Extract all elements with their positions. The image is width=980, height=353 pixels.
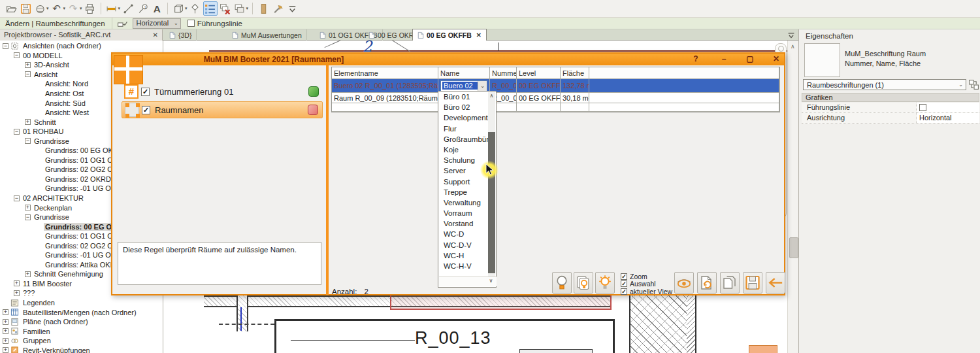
help-button[interactable]: ? [689, 54, 702, 65]
tree-expander-collapsed[interactable]: + [3, 347, 8, 353]
rule-item-raumnamen[interactable]: ✓Raumnamen [122, 101, 323, 118]
cell-elementname[interactable]: Raum R_00_09 (1283510;Räume) [332, 93, 438, 103]
dropdown-option[interactable]: Büro 01 [438, 92, 496, 102]
section-grafiken[interactable]: Grafiken [802, 93, 979, 102]
dropdown-option[interactable]: Koje [438, 144, 496, 155]
dropdown-option[interactable]: Vorstand [438, 218, 496, 229]
tree-expander-expanded[interactable]: − [25, 71, 31, 77]
dimension-icon[interactable] [122, 2, 135, 15]
close-hidden-windows-icon[interactable] [219, 2, 232, 15]
tree-expander-collapsed[interactable]: + [3, 328, 8, 334]
cell-extra[interactable] [589, 93, 779, 103]
tree-expander-expanded[interactable]: − [25, 214, 31, 220]
cell-elementname[interactable]: Buero 02 R_00_01 (1283505;Räume) [332, 79, 438, 93]
dialog-titlebar[interactable]: MuM BIM Booster 2021 [Raumnamen] ?–▢✕ [112, 54, 784, 65]
scrollbar-thumb[interactable] [789, 237, 798, 258]
column-icon[interactable] [257, 2, 270, 15]
tree-expander-collapsed[interactable]: + [14, 290, 20, 296]
type-preview[interactable] [804, 43, 840, 77]
tree-expander-expanded[interactable]: − [14, 52, 20, 58]
cell-extra[interactable] [589, 103, 779, 112]
tools-icon[interactable] [271, 2, 284, 15]
tree-expander-expanded[interactable]: − [3, 43, 8, 49]
dropdown-caret-icon[interactable]: ▾ [63, 6, 66, 11]
canvas-scrollbar[interactable]: ∧ [787, 41, 798, 353]
text-icon[interactable]: A [150, 2, 163, 15]
dropdown-option[interactable]: Development [438, 112, 496, 123]
type-selector-icon[interactable] [968, 79, 979, 90]
tab-overflow-icon[interactable] [787, 31, 796, 39]
dropdown-option[interactable]: WC-H [438, 250, 496, 261]
checkbox-aktueller-view[interactable]: ✓aktueller View [621, 288, 672, 295]
tree-expander-collapsed[interactable]: + [14, 280, 20, 286]
table-header[interactable]: Elementname [332, 67, 438, 79]
tree-item[interactable]: −Ansichten (nach Ordner) [0, 41, 163, 51]
view-tab-00-eg-okffb[interactable]: 00 EG OKFFB✕ [412, 29, 487, 41]
cell-elementname[interactable] [332, 103, 438, 112]
project-browser-header[interactable]: Projektbrowser - Sofistik_ARC.rvt ✕ [0, 29, 163, 41]
property-value[interactable]: Horizontal [917, 113, 979, 123]
home-3d-icon[interactable] [33, 2, 46, 15]
dropdown-scrollbar-thumb[interactable] [488, 132, 495, 273]
view-tab--3d-[interactable]: {3D} [165, 29, 197, 41]
save-icon[interactable] [19, 2, 32, 15]
highlight-all-bulbs-button[interactable] [574, 272, 593, 294]
type-selector-dropdown[interactable]: Raumbeschriftungen (1) ⌄ [803, 79, 966, 90]
rule-checkbox[interactable]: ✓ [142, 106, 150, 114]
table-header[interactable]: Fläche [561, 67, 589, 79]
measure-icon[interactable] [105, 2, 118, 15]
tree-expander-expanded[interactable]: − [14, 129, 20, 135]
toolbar-overflow-icon[interactable] [286, 2, 299, 15]
tree-expander-collapsed[interactable]: + [3, 309, 8, 315]
dropdown-option[interactable]: Flur [438, 124, 496, 134]
save-button[interactable] [743, 272, 762, 294]
tree-expander-expanded[interactable]: − [14, 195, 20, 201]
tag-icon[interactable]: 1 [136, 2, 149, 15]
property-value[interactable] [917, 103, 979, 112]
dropdown-option[interactable]: Treppe [438, 187, 496, 197]
cell-level[interactable]: 00 EG OKFFB [517, 79, 561, 93]
tree-expander-expanded[interactable]: − [25, 138, 31, 144]
table-header[interactable]: Nummer [490, 67, 517, 79]
close-icon[interactable]: ✕ [476, 31, 482, 39]
close-icon[interactable]: ✕ [153, 30, 158, 41]
cell-flaeche[interactable]: 30,18 m² [561, 93, 589, 103]
bulb-lit-button[interactable] [595, 272, 615, 294]
eye-button[interactable] [674, 272, 694, 294]
dropdown-caret-icon[interactable]: ▾ [246, 6, 249, 11]
table-header[interactable]: Name [438, 67, 490, 79]
tree-item[interactable]: +Revit-Verknüpfungen [0, 346, 163, 353]
rule-item-t-rnummerierung-01[interactable]: #✓Türnummerierung 01 [122, 83, 323, 100]
dropdown-option[interactable]: WC-D [438, 229, 496, 239]
view-tab-mum-auswertungen[interactable]: MuM Auswertungen [227, 29, 307, 41]
dropdown-option[interactable]: Vorraum [438, 208, 496, 218]
print-icon[interactable] [84, 2, 97, 15]
orientation-dropdown[interactable]: Horizontal ⌄ [133, 18, 181, 29]
dropdown-option[interactable]: Großraumbüro [438, 134, 496, 144]
scroll-up-icon[interactable]: ∧ [791, 43, 795, 50]
maximize-button[interactable]: ▢ [743, 54, 757, 65]
tree-item[interactable]: +Gruppen [0, 336, 163, 346]
cell-level[interactable] [517, 103, 561, 112]
tree-item[interactable]: +Bauteillisten/Mengen (nach Ordner) [0, 307, 163, 317]
refresh-document-button[interactable] [697, 272, 717, 294]
tree-expander-collapsed[interactable]: + [25, 205, 31, 210]
close-button[interactable]: ✕ [770, 54, 783, 65]
tree-expander-collapsed[interactable]: + [3, 338, 8, 344]
rule-checkbox[interactable]: ✓ [141, 88, 150, 96]
visibility-list-icon[interactable] [203, 1, 218, 16]
cascade-windows-icon[interactable] [233, 2, 246, 15]
scroll-down-icon[interactable]: ∨ [487, 278, 495, 286]
tree-item[interactable]: Legenden [0, 298, 163, 308]
minimize-button[interactable]: – [717, 54, 730, 65]
cell-flaeche[interactable]: 132,78 m² [561, 79, 589, 93]
table-header[interactable]: Level [517, 67, 561, 79]
name-dropdown-list[interactable]: Büro 01Büro 02DevelopmentFlurGroßraumbür… [438, 91, 497, 288]
checkbox-zoom[interactable]: ✓Zoom [621, 273, 647, 280]
redo-icon[interactable]: ↷ [67, 2, 80, 15]
dropdown-option[interactable]: WC-D-V [438, 240, 496, 250]
highlight-bulb-button[interactable] [552, 272, 572, 294]
tree-expander-collapsed[interactable]: + [25, 62, 31, 68]
dropdown-caret-icon[interactable]: ▾ [80, 6, 82, 11]
dropdown-option[interactable]: Verwaltung [438, 197, 496, 208]
